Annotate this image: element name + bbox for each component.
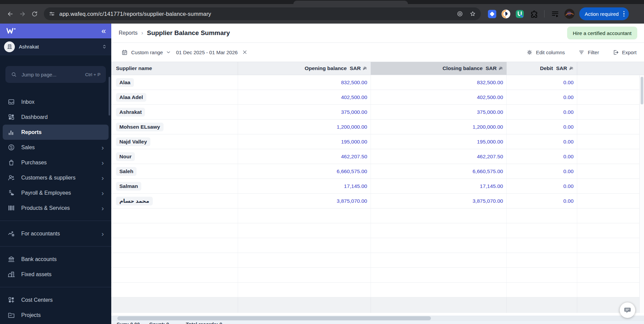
supplier-name[interactable]: Salman: [116, 182, 141, 191]
date-range-filter[interactable]: Custom range 01 Dec 2025 - 01 Mar 2026: [121, 49, 247, 56]
chevron-right-icon: ›: [101, 159, 104, 166]
column-header-opening-balance[interactable]: Opening balance SAR: [238, 62, 371, 75]
sidebar-item-cost-centers[interactable]: Cost Centers: [3, 292, 109, 307]
sidebar-item-projects[interactable]: Projects: [3, 307, 109, 323]
opening-balance-value[interactable]: 402,500.00: [341, 94, 367, 100]
action-required-menu[interactable]: Action required: [579, 7, 629, 20]
opening-balance-value[interactable]: 6,660,575.00: [336, 168, 367, 174]
opening-balance-value[interactable]: 462,207.50: [341, 154, 367, 160]
debit-value[interactable]: 0.00: [563, 139, 574, 145]
supplier-name[interactable]: Saleh: [116, 167, 137, 176]
sidebar-collapse-button[interactable]: «: [101, 27, 105, 35]
media-controls-icon[interactable]: [551, 9, 560, 19]
opening-balance-value[interactable]: 3,875,070.00: [336, 198, 367, 204]
table-row[interactable]: Alaa Adel402,500.00402,500.000.00: [111, 90, 644, 105]
column-header-debit[interactable]: Debit SAR: [507, 62, 577, 75]
sidebar-item-customers-suppliers[interactable]: Customers & suppliers›: [3, 170, 109, 185]
range-type-label[interactable]: Custom range: [131, 50, 163, 55]
address-bar[interactable]: app.wafeq.com/c/141771/reports/supplier-…: [44, 7, 481, 20]
sidebar-item-for-accountants[interactable]: For accountants›: [3, 226, 109, 241]
filter-button[interactable]: Filter: [578, 49, 599, 56]
horizontal-scrollbar[interactable]: [111, 316, 644, 321]
supplier-name[interactable]: Ashrakat: [116, 108, 145, 117]
chevron-down-icon[interactable]: [166, 50, 171, 55]
closing-balance-value[interactable]: 402,500.00: [477, 94, 503, 100]
active-tab[interactable]: [293, 1, 408, 4]
sidebar-item-payroll-employees[interactable]: Payroll & Employees›: [3, 185, 109, 200]
customers-icon: [7, 174, 15, 182]
forward-button[interactable]: [16, 8, 28, 20]
vertical-scrollbar[interactable]: [639, 75, 644, 313]
opening-balance-cell: 1,200,000.00: [238, 120, 371, 134]
site-settings-icon[interactable]: [49, 10, 55, 17]
supplier-name[interactable]: Najd Valley: [116, 137, 150, 146]
supplier-name[interactable]: Alaa Adel: [116, 93, 146, 102]
sidebar-item-bank-accounts[interactable]: Bank accounts: [3, 252, 109, 267]
supplier-name[interactable]: محمد حسام: [116, 197, 153, 205]
supplier-name[interactable]: Nour: [116, 152, 135, 161]
extensions-puzzle-icon[interactable]: [529, 9, 538, 19]
debit-value[interactable]: 0.00: [563, 109, 574, 115]
column-header-supplier-name[interactable]: Supplier name: [111, 62, 238, 75]
sidebar-item-reports[interactable]: Reports: [3, 125, 109, 140]
debit-value[interactable]: 0.00: [563, 183, 574, 189]
table-row[interactable]: Najd Valley195,000.00195,000.000.00: [111, 134, 644, 149]
bookmark-star-icon[interactable]: [469, 10, 476, 17]
sidebar-item-products-services[interactable]: Products & Services›: [3, 200, 109, 216]
chat-widget-button[interactable]: [620, 302, 635, 318]
table-row[interactable]: Salman17,145.0017,145.000.00: [111, 179, 644, 194]
column-header-closing-balance[interactable]: Closing balance SAR: [371, 62, 507, 75]
company-selector[interactable]: Ashrakat: [0, 38, 111, 55]
extension-blue-icon[interactable]: [488, 9, 497, 19]
extension-circle-icon[interactable]: [501, 9, 510, 19]
sidebar-divider: [0, 287, 111, 287]
sidebar-item-purchases[interactable]: Purchases›: [3, 155, 109, 170]
opening-balance-value[interactable]: 17,145.00: [344, 183, 367, 189]
table-row[interactable]: Nour462,207.50462,207.500.00: [111, 149, 644, 164]
opening-balance-value[interactable]: 375,000.00: [341, 109, 367, 115]
range-value[interactable]: 01 Dec 2025 - 01 Mar 2026: [176, 50, 238, 55]
supplier-name[interactable]: Alaa: [116, 78, 134, 87]
closing-balance-value[interactable]: 195,000.00: [477, 139, 503, 145]
horizontal-scrollbar-thumb[interactable]: [117, 316, 431, 320]
hire-accountant-button[interactable]: Hire a certified accountant: [567, 27, 637, 39]
vertical-scrollbar-thumb[interactable]: [641, 77, 643, 104]
sidebar-item-sales[interactable]: Sales›: [3, 140, 109, 155]
sidebar-item-dashboard[interactable]: Dashboard: [3, 109, 109, 125]
closing-balance-value[interactable]: 375,000.00: [477, 109, 503, 115]
closing-balance-value[interactable]: 6,660,575.00: [472, 168, 503, 174]
debit-value[interactable]: 0.00: [563, 94, 574, 100]
sidebar-scrollbar[interactable]: [109, 77, 110, 116]
opening-balance-value[interactable]: 195,000.00: [341, 139, 367, 145]
table-row[interactable]: Alaa832,500.00832,500.000.00: [111, 75, 644, 90]
breadcrumb[interactable]: Reports: [119, 30, 138, 36]
table-row[interactable]: محمد حسام3,875,070.003,875,070.000.00: [111, 194, 644, 208]
back-button[interactable]: [4, 8, 16, 20]
sidebar-item-inbox[interactable]: Inbox: [3, 94, 109, 109]
debit-value[interactable]: 0.00: [563, 124, 574, 130]
edit-columns-button[interactable]: Edit columns: [526, 49, 565, 56]
reload-button[interactable]: [28, 8, 40, 20]
sidebar-item-fixed-assets[interactable]: Fixed assets: [3, 267, 109, 282]
opening-balance-value[interactable]: 832,500.00: [341, 79, 367, 86]
extension-green-icon[interactable]: [515, 9, 524, 19]
debit-value[interactable]: 0.00: [563, 198, 574, 204]
closing-balance-value[interactable]: 17,145.00: [480, 183, 503, 189]
preview-eye-icon[interactable]: [457, 10, 463, 17]
debit-value[interactable]: 0.00: [563, 154, 574, 160]
debit-value[interactable]: 0.00: [563, 79, 574, 86]
closing-balance-value[interactable]: 3,875,070.00: [472, 198, 503, 204]
supplier-name[interactable]: Mohsen ELsawy: [116, 123, 164, 131]
clear-range-icon[interactable]: [242, 50, 247, 55]
export-button[interactable]: Export: [613, 49, 637, 56]
closing-balance-value[interactable]: 832,500.00: [477, 79, 503, 86]
debit-value[interactable]: 0.00: [563, 168, 574, 174]
table-row[interactable]: Saleh6,660,575.006,660,575.000.00: [111, 164, 644, 179]
opening-balance-value[interactable]: 1,200,000.00: [336, 124, 367, 130]
table-row[interactable]: Mohsen ELsawy1,200,000.001,200,000.000.0…: [111, 120, 644, 134]
table-row[interactable]: Ashrakat375,000.00375,000.000.00: [111, 105, 644, 120]
closing-balance-value[interactable]: 462,207.50: [477, 154, 503, 160]
jump-to-page-search[interactable]: Jump to page... Ctrl + P: [5, 66, 106, 83]
browser-profile-avatar[interactable]: [564, 9, 575, 19]
closing-balance-value[interactable]: 1,200,000.00: [472, 124, 503, 130]
